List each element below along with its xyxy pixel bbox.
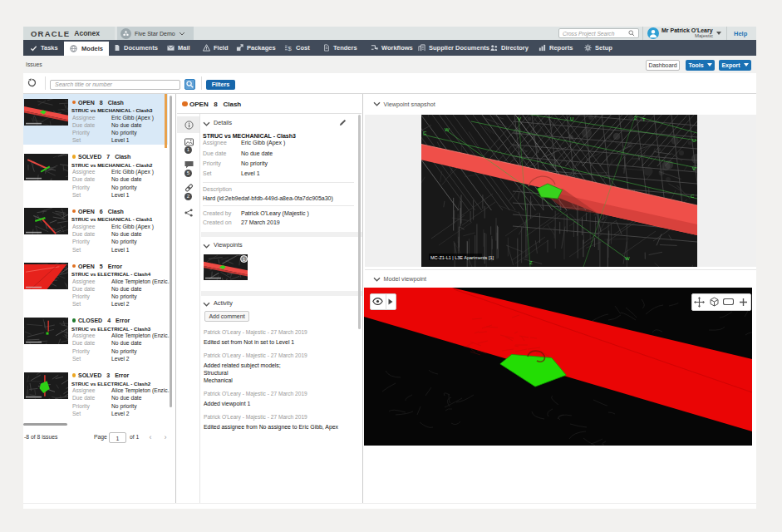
svg-text:V: V [518,116,521,121]
svg-text:Z: Z [529,260,533,265]
svg-text:C: C [423,131,427,135]
svg-text:$: $ [288,45,292,52]
svg-text:T: T [642,117,646,122]
svg-text:C: C [691,194,695,199]
svg-text:W: W [625,256,630,261]
svg-text:U: U [692,138,696,143]
svg-text:U: U [570,116,573,121]
svg-text:MC-Z1-L1 | L3E Apartments [1]: MC-Z1-L1 | L3E Apartments [1] [430,255,494,260]
svg-text:W: W [445,127,450,132]
svg-text:V: V [692,166,696,171]
